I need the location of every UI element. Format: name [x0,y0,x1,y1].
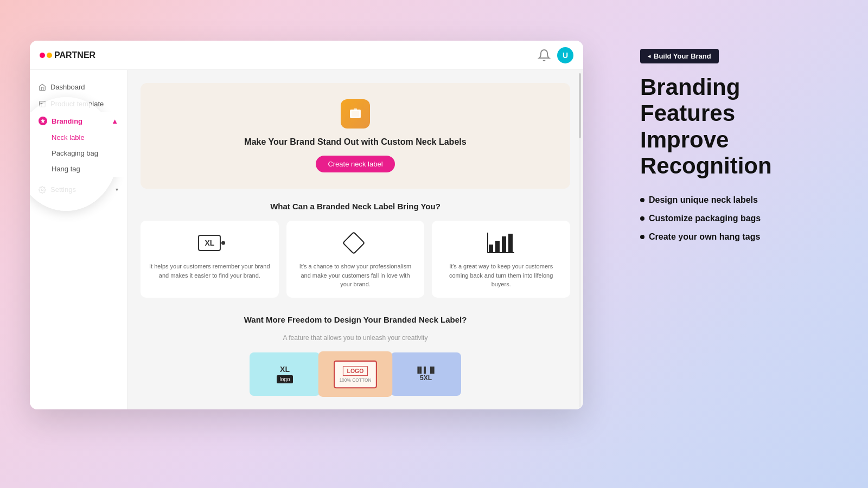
feature-desc-1: It helps your customers remember your br… [149,262,270,280]
bell-icon[interactable] [538,49,551,62]
settings-chevron: ▾ [116,187,118,192]
svg-rect-10 [502,236,506,253]
scrollbar[interactable] [579,73,581,407]
sidebar-sub-item-hang-tag[interactable]: Hang tag [30,161,127,177]
diamond-icon [342,231,369,255]
hero-section: Make Your Brand Stand Out with Custom Ne… [141,83,570,189]
branding-label: Branding [52,117,82,125]
content: Make Your Brand Stand Out with Custom Ne… [127,70,583,409]
feature-card-3: It's a great way to keep your customers … [432,221,570,298]
feature-icon-2 [339,229,372,256]
svg-rect-8 [489,245,493,253]
bar-chart-icon [486,231,516,255]
feature-desc-2: It's a chance to show your professionali… [295,262,416,289]
branding-icon [39,117,47,125]
body: Dashboard Product template [30,70,583,409]
settings-label: Settings [50,185,76,194]
svg-rect-6 [354,108,357,111]
right-feature-3: Create your own hang tags [640,232,825,242]
sidebar-item-product-template[interactable]: Product template [30,95,127,112]
features-section-title: What Can a Branded Neck Label Bring You? [141,202,570,211]
badge-arrow: ◂ [648,53,650,59]
hero-title: Make Your Brand Stand Out with Custom Ne… [244,136,466,148]
preview-card-mint: XL logo [250,352,320,396]
label-hero-icon [348,106,363,121]
bullet-3 [640,235,644,239]
scroll-thumb [579,73,581,138]
right-features-list: Design unique neck labels Customize pack… [640,195,825,242]
freedom-subtitle: A feature that allows you to unleash you… [141,334,570,342]
feature-desc-3: It's a great way to keep your customers … [441,262,561,289]
logo-text: PARTNER [54,50,95,60]
feature-icon-1: XL [193,229,226,256]
logo-dot-yellow [47,53,52,58]
branding-toggle-icon: ▲ [111,117,118,125]
feature-icon-3 [485,229,518,256]
home-icon [39,84,46,91]
user-avatar[interactable]: U [557,47,573,63]
sidebar: Dashboard Product template [30,70,127,409]
feature-card-2: It's a chance to show your professionali… [286,221,425,298]
bullet-2 [640,216,644,221]
template-icon [39,100,46,108]
freedom-previews: XL logo LOGO 100% COTTON [141,352,570,396]
sidebar-sub-item-neck-lable[interactable]: Neck lable [30,130,127,145]
sidebar-sub-item-packaging-bag[interactable]: Packaging bag [30,145,127,161]
logo-dot-pink [40,53,45,58]
sidebar-item-settings[interactable]: Settings ▾ [30,181,127,198]
features-grid: XL It helps your customers remember your… [141,221,570,298]
dashboard-label: Dashboard [50,83,85,91]
preview-card-blue: ▐▌▌▐▌ 5XL [391,352,461,396]
logo-dots [40,53,52,58]
logo: PARTNER [40,50,95,60]
right-feature-1: Design unique neck labels [640,195,825,205]
freedom-section: Want More Freedom to Design Your Branded… [141,315,570,396]
settings-icon [39,186,46,194]
product-template-label: Product template [50,100,104,108]
feature-card-1: XL It helps your customers remember your… [141,221,279,298]
main-content: Make Your Brand Stand Out with Custom Ne… [127,70,583,409]
svg-point-3 [41,189,43,191]
header: PARTNER U [30,41,583,70]
header-right: U [538,47,573,63]
badge-label: Build Your Brand [654,52,711,60]
right-panel-heading: Branding Features Improve Recognition [640,74,825,179]
create-neck-label-button[interactable]: Create neck label [316,156,394,172]
right-panel: ◂ Build Your Brand Branding Features Imp… [640,49,825,242]
svg-rect-7 [343,232,365,254]
bullet-1 [640,198,644,202]
svg-rect-9 [495,241,500,253]
svg-rect-11 [508,234,513,253]
branding-sub-items: Neck lable Packaging bag Hang tag [30,130,127,177]
preview-card-peach: LOGO 100% COTTON [318,351,393,397]
right-feature-2: Customize packaging bags [640,214,825,223]
sidebar-item-dashboard[interactable]: Dashboard [30,79,127,95]
sidebar-item-branding[interactable]: Branding ▲ [30,112,127,130]
svg-rect-0 [40,101,46,107]
brand-badge: ◂ Build Your Brand [640,49,719,63]
app-window: PARTNER U Dashboard [30,41,583,409]
hero-icon [341,99,370,129]
freedom-title: Want More Freedom to Design Your Branded… [141,315,570,324]
